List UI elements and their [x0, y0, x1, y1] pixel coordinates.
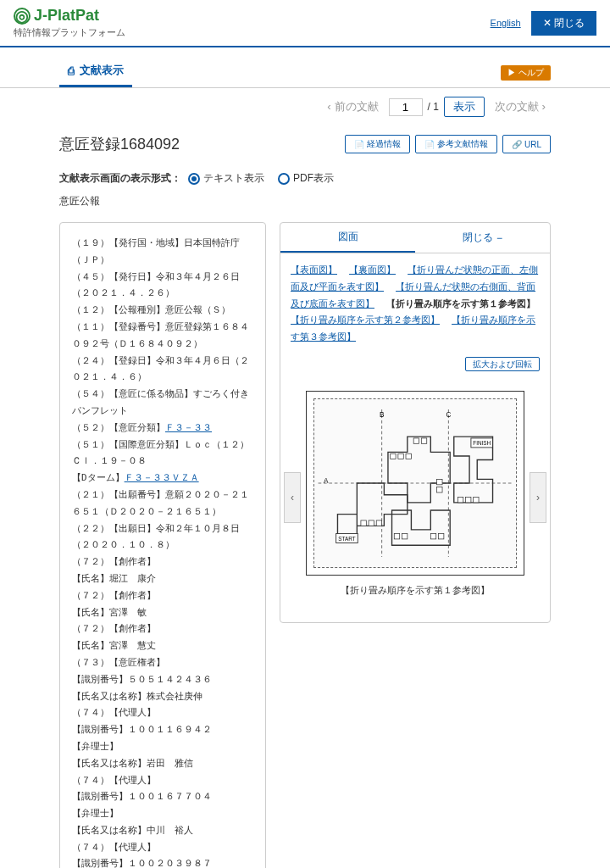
svg-text:B: B — [380, 411, 385, 419]
biblio-line: （５１）【国際意匠分類】Ｌｏｃ（１２）Ｃｌ．１９－０８ — [72, 437, 253, 470]
figure-tab[interactable]: 図面 — [280, 223, 415, 253]
svg-rect-17 — [421, 438, 426, 443]
svg-rect-16 — [413, 438, 419, 443]
tab-document-display[interactable]: ⎙ 文献表示 — [59, 58, 132, 87]
logo-text: J-PlatPat — [34, 7, 99, 25]
logo-icon: ◎ — [14, 8, 30, 25]
next-doc-button[interactable]: 次の文献 › — [490, 97, 551, 116]
figure-link-active[interactable]: 【折り畳み順序を示す第１参考図】 — [386, 298, 535, 309]
main-area: （１９）【発行国・地域】日本国特許庁（ＪＰ） （４５）【発行日】令和３年４月２６… — [0, 222, 610, 868]
logo[interactable]: ◎ J-PlatPat — [14, 7, 125, 25]
svg-rect-20 — [458, 497, 463, 502]
biblio-line: 【氏名】堀江 康介 — [72, 570, 253, 587]
biblio-line: 【Dターム】Ｆ３－３３ＶＺＡ — [72, 470, 253, 487]
biblio-line: 【氏名】宮澤 慧丈 — [72, 637, 253, 654]
tab-bar: ⎙ 文献表示 ▶ ヘルプ — [0, 47, 610, 88]
close-panel-tab[interactable]: 閉じる − — [415, 223, 550, 253]
action-buttons: 📄 経過情報 📄 参考文献情報 🔗 URL — [345, 135, 551, 153]
svg-rect-24 — [402, 533, 407, 538]
biblio-line: （５４）【意匠に係る物品】すごろく付きパンフレット — [72, 386, 253, 420]
prev-doc-button[interactable]: ‹ 前の文献 — [322, 97, 383, 116]
radio-unchecked-icon — [278, 173, 290, 185]
dterm-link[interactable]: Ｆ３－３３ＶＺＡ — [125, 472, 199, 483]
svg-rect-11 — [369, 520, 374, 526]
image-panel: 図面 閉じる − 【表面図】 【裏面図】 【折り畳んだ状態の正面、左側面及び平面… — [280, 222, 551, 623]
close-button[interactable]: ✕ 閉じる — [531, 11, 596, 36]
radio-checked-icon — [188, 173, 200, 185]
header: ◎ J-PlatPat 特許情報プラットフォーム English ✕ 閉じる — [0, 0, 610, 47]
svg-rect-13 — [391, 453, 396, 459]
biblio-line: （７２）【創作者】 — [72, 587, 253, 604]
biblio-line: 【識別番号】５０５１４２４３６ — [72, 671, 253, 688]
english-link[interactable]: English — [491, 18, 521, 28]
svg-rect-19 — [437, 487, 442, 492]
biblio-line: 【氏名】宮澤 敏 — [72, 604, 253, 621]
svg-text:C: C — [446, 411, 451, 419]
pdf-format-radio[interactable]: PDF表示 — [278, 171, 334, 186]
svg-rect-18 — [437, 479, 442, 484]
format-label: 文献表示画面の表示形式： — [59, 171, 181, 186]
document-title: 意匠登録1684092 — [59, 134, 180, 154]
biblio-line: （１９）【発行国・地域】日本国特許庁（ＪＰ） — [72, 235, 253, 269]
svg-rect-22 — [474, 497, 479, 502]
zoom-rotate-button[interactable]: 拡大および回転 — [465, 357, 540, 371]
text-panel: （１９）【発行国・地域】日本国特許庁（ＪＰ） （４５）【発行日】令和３年４月２６… — [59, 222, 266, 868]
svg-rect-10 — [361, 520, 366, 526]
biblio-line: 【識別番号】１００１６７７０４ — [72, 788, 253, 805]
reference-button[interactable]: 📄 参考文献情報 — [415, 135, 497, 153]
svg-rect-26 — [438, 533, 443, 538]
svg-rect-23 — [394, 533, 399, 538]
figure-box: B C A START FINISH — [306, 391, 524, 576]
biblio-line: （７３）【意匠権者】 — [72, 654, 253, 671]
text-format-radio[interactable]: テキスト表示 — [188, 171, 264, 186]
biblio-line: 【識別番号】１００１１６９４２ — [72, 721, 253, 738]
gazette-label: 意匠公報 — [0, 189, 610, 222]
svg-text:START: START — [338, 536, 355, 542]
biblio-line: （４５）【発行日】令和３年４月２６日（２０２１．４．２６） — [72, 269, 253, 303]
page-input[interactable] — [389, 98, 423, 116]
biblio-line: （２２）【出願日】令和２年１０月８日（２０２０．１０．８） — [72, 520, 253, 554]
url-button[interactable]: 🔗 URL — [502, 135, 551, 153]
zoom-rotate-row: 拡大および回転 — [280, 354, 550, 374]
svg-rect-14 — [398, 453, 403, 459]
help-button[interactable]: ▶ ヘルプ — [501, 65, 551, 81]
svg-rect-12 — [376, 520, 381, 526]
page-total: / 1 — [428, 101, 439, 113]
biblio-line: （７２）【創作者】 — [72, 554, 253, 570]
figure-caption: 【折り畳み順序を示す第１参考図】 — [306, 576, 524, 605]
svg-text:FINISH: FINISH — [473, 440, 491, 446]
format-row: 文献表示画面の表示形式： テキスト表示 PDF表示 — [0, 163, 610, 189]
biblio-line: 【弁理士】 — [72, 805, 253, 822]
show-button[interactable]: 表示 — [444, 97, 485, 117]
class-link[interactable]: Ｆ３－３３ — [165, 422, 212, 433]
biblio-line: 【氏名又は名称】岩田 雅信 — [72, 755, 253, 772]
logo-area: ◎ J-PlatPat 特許情報プラットフォーム — [14, 7, 125, 39]
figure-link[interactable]: 【裏面図】 — [349, 264, 396, 275]
pagination-bar: ‹ 前の文献 / 1 表示 次の文献 › — [0, 88, 610, 125]
document-icon: ⎙ — [68, 64, 75, 77]
figure-links: 【表面図】 【裏面図】 【折り畳んだ状態の正面、左側面及び平面を表す図】 【折り… — [280, 253, 550, 354]
svg-text:A: A — [324, 477, 329, 485]
logo-subtitle: 特許情報プラットフォーム — [14, 26, 125, 39]
biblio-line: 【氏名又は名称】株式会社庚伸 — [72, 688, 253, 705]
svg-rect-21 — [466, 497, 471, 502]
figure-drawing: B C A START FINISH — [313, 398, 517, 568]
biblio-line: （７４）【代理人】 — [72, 704, 253, 721]
next-figure-button[interactable]: › — [530, 472, 546, 523]
biblio-line: （７２）【創作者】 — [72, 620, 253, 637]
biblio-line: 【識別番号】１００２０３９８７ — [72, 855, 253, 868]
biblio-line: （２４）【登録日】令和３年４月６日（２０２１．４．６） — [72, 353, 253, 387]
biblio-line: （１１）【登録番号】意匠登録第１６８４０９２号（Ｄ１６８４０９２） — [72, 319, 253, 353]
figure-link[interactable]: 【折り畳み順序を示す第２参考図】 — [291, 314, 440, 325]
biblio-line: （２１）【出願番号】意願２０２０－２１６５１（Ｄ２０２０－２１６５１） — [72, 487, 253, 520]
biblio-line: （５２）【意匠分類】Ｆ３－３３ — [72, 420, 253, 437]
history-button[interactable]: 📄 経過情報 — [345, 135, 410, 153]
minus-icon: − — [496, 232, 502, 244]
biblio-line: （７４）【代理人】 — [72, 772, 253, 789]
title-bar: 意匠登録1684092 📄 経過情報 📄 参考文献情報 🔗 URL — [0, 125, 610, 163]
prev-figure-button[interactable]: ‹ — [284, 472, 301, 523]
svg-rect-15 — [406, 453, 411, 459]
figure-link[interactable]: 【表面図】 — [291, 264, 337, 275]
tab-label: 文献表示 — [80, 63, 124, 78]
biblio-line: （１２）【公報種別】意匠公報（Ｓ） — [72, 302, 253, 319]
